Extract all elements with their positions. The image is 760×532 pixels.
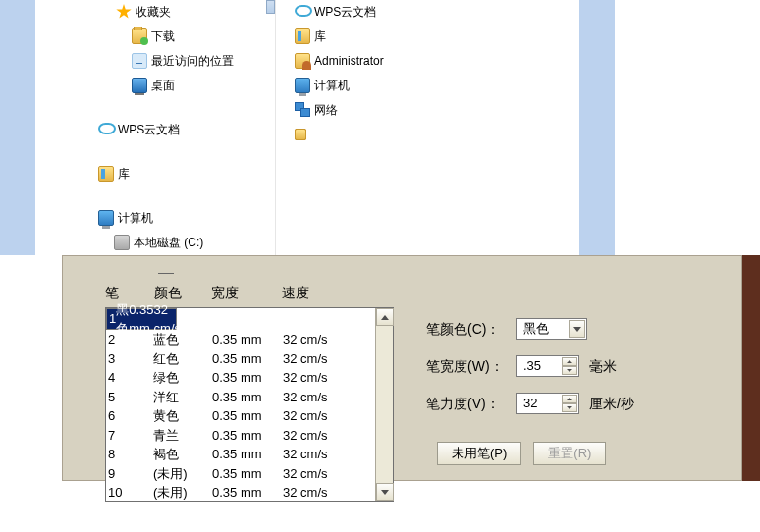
arrow-down-icon (381, 490, 389, 495)
tree-item-network[interactable]: 网络 (295, 98, 452, 123)
pen-row-number: 10 (108, 483, 153, 503)
user-folder-icon (295, 53, 310, 69)
computer-icon (98, 210, 114, 226)
pen-list-scrollbar[interactable] (375, 308, 393, 501)
nav-tree-left: 收藏夹 下载 最近访问的位置 桌面 WPS云文档 库 计算机 (116, 0, 273, 255)
reset-button[interactable]: 重置(R) (533, 442, 606, 465)
pen-row-color: 红色 (153, 349, 212, 369)
tree-item-favorites[interactable]: 收藏夹 (116, 0, 273, 25)
spin-down-button[interactable] (562, 366, 577, 375)
pen-list[interactable]: 1黑色0.35 mm32 cm/s2蓝色0.35 mm32 cm/s3红色0.3… (105, 307, 394, 502)
pen-speed-spinner[interactable]: 32 (516, 393, 579, 414)
pane-divider[interactable] (275, 0, 276, 255)
pen-row-color: 绿色 (153, 368, 212, 388)
pen-color-select[interactable]: 黑色 (516, 318, 587, 340)
tree-item-label: 桌面 (151, 79, 175, 92)
tree-item-downloads[interactable]: 下载 (132, 25, 273, 49)
pen-row-width: 0.35 mm (212, 368, 283, 388)
tree-item-label: WPS云文档 (118, 123, 180, 136)
tree-item-administrator[interactable]: Administrator (295, 49, 452, 74)
pen-row[interactable]: 6黄色0.35 mm32 cm/s (106, 406, 393, 426)
unused-pen-button[interactable]: 未用笔(P) (437, 442, 521, 465)
tree-item-label: 库 (118, 167, 130, 181)
tree-item-label: 库 (314, 29, 326, 43)
pen-row-width: 0.35 mm (212, 406, 283, 426)
reset-label: 重置(R) (548, 445, 591, 462)
spin-down-button[interactable] (562, 403, 577, 412)
spin-up-button[interactable] (562, 357, 577, 366)
pen-row[interactable]: 9(未用)0.35 mm32 cm/s (106, 464, 393, 484)
spin-up-button[interactable] (562, 395, 577, 403)
tree-item-computer[interactable]: 计算机 (295, 74, 452, 98)
pen-row[interactable]: 3红色0.35 mm32 cm/s (106, 349, 393, 369)
tree-item-label: 下载 (151, 29, 175, 43)
pen-row-number: 4 (108, 368, 153, 388)
pen-row-width: 0.35 mm (129, 300, 153, 339)
tree-item-label: 网络 (314, 103, 338, 117)
library-icon (295, 28, 310, 44)
pen-row-speed: 32 cm/s (283, 349, 353, 369)
pen-row-speed: 32 cm/s (283, 330, 353, 349)
pen-row-width: 0.35 mm (212, 349, 283, 369)
tree-item-wps[interactable]: WPS云文档 (295, 0, 452, 25)
pen-row-number: 7 (108, 426, 153, 446)
pen-row-color: 洋红 (153, 388, 212, 407)
computer-icon (295, 78, 310, 93)
pen-speed-unit: 厘米/秒 (589, 385, 634, 422)
tree-item-local-disk[interactable]: 本地磁盘 (C:) (114, 231, 273, 255)
desktop-icon (132, 78, 147, 93)
blue-margin-left (0, 0, 35, 255)
arrow-down-icon (567, 369, 572, 372)
pen-row-speed: 32 cm/s (283, 426, 353, 446)
nav-tree-right: WPS云文档 库 Administrator 计算机 网络 (295, 0, 452, 123)
folder-icon (295, 129, 306, 140)
tree-item-library[interactable]: 库 (295, 25, 452, 49)
pen-color-label: 笔颜色(C)： (426, 310, 516, 347)
pen-row-width: 0.35 mm (212, 464, 283, 484)
pen-row-color: (未用) (153, 464, 212, 484)
scroll-down-button[interactable] (376, 483, 394, 501)
pen-row-speed: 32 cm/s (283, 464, 353, 484)
tree-item-wps[interactable]: WPS云文档 (98, 118, 273, 142)
pen-speed-label: 笔力度(V)： (426, 385, 516, 422)
tree-item-library[interactable]: 库 (98, 162, 273, 186)
network-icon (295, 102, 310, 118)
pen-row-speed: 32 cm/s (283, 406, 353, 426)
pen-row[interactable]: 5洋红0.35 mm32 cm/s (106, 388, 393, 407)
pen-row-color: 褐色 (153, 445, 212, 464)
pen-row-speed: 32 cm/s (283, 483, 353, 503)
pen-row[interactable]: 7青兰0.35 mm32 cm/s (106, 426, 393, 446)
tree-item-label: 本地磁盘 (C:) (134, 236, 203, 249)
pen-row-width: 0.35 mm (212, 330, 283, 349)
arrow-up-icon (381, 315, 389, 320)
tree-item-label: 计算机 (314, 79, 350, 92)
tree-item-label: 收藏夹 (136, 5, 171, 19)
pen-row-number: 1 (109, 309, 116, 329)
pen-row[interactable]: 1黑色0.35 mm32 cm/s (106, 308, 177, 330)
pen-row-color: (未用) (153, 483, 212, 503)
scroll-up-button[interactable] (376, 308, 394, 326)
download-folder-icon (132, 28, 147, 44)
tree-item-desktop[interactable]: 桌面 (132, 74, 273, 98)
header-speed: 速度 (282, 285, 341, 302)
pen-row[interactable]: 8褐色0.35 mm32 cm/s (106, 445, 393, 464)
tree-item-computer[interactable]: 计算机 (98, 206, 273, 231)
pen-row-number: 8 (108, 445, 153, 464)
pen-row-color: 青兰 (153, 426, 212, 446)
tree-item-recent[interactable]: 最近访问的位置 (132, 49, 273, 74)
pen-row[interactable]: 4绿色0.35 mm32 cm/s (106, 368, 393, 388)
pen-row-speed: 32 cm/s (283, 388, 353, 407)
pen-row-number: 6 (108, 406, 153, 426)
pen-speed-value: 32 (523, 385, 537, 422)
star-icon (116, 4, 132, 20)
arrow-up-icon (567, 398, 572, 400)
pen-row[interactable]: 10(未用)0.35 mm32 cm/s (106, 483, 393, 503)
library-icon (98, 166, 114, 182)
dropdown-button[interactable] (569, 320, 585, 338)
pen-row-width: 0.35 mm (212, 483, 283, 503)
panel-small-mark (158, 262, 174, 274)
blue-margin-right (579, 0, 615, 255)
cloud-icon (295, 5, 312, 17)
arrow-down-icon (567, 406, 572, 409)
pen-width-spinner[interactable]: .35 (516, 355, 579, 377)
